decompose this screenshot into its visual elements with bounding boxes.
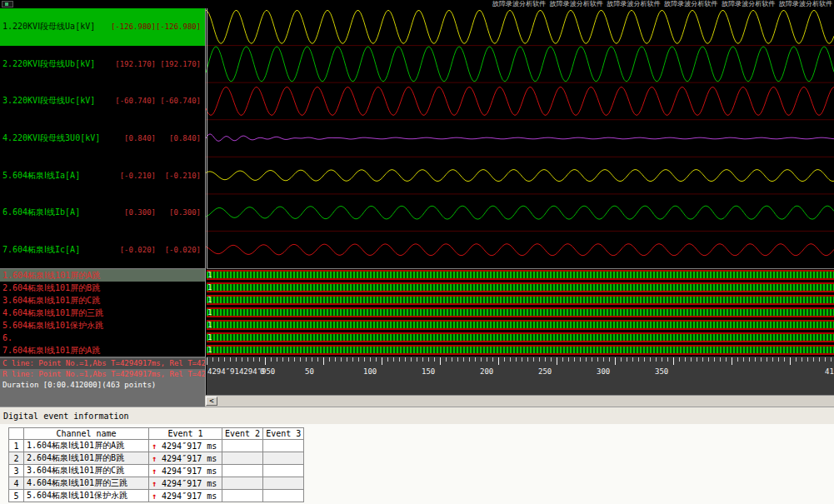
analog-channel-value-cursor: [-0.020]	[111, 246, 156, 254]
digital-state-value: 1	[207, 270, 212, 280]
digital-trace-row-6: 1	[207, 332, 834, 344]
digital-channel-list: 1.604柘泉Ⅰ线101屏的A跳2.604柘泉Ⅰ线101屏的B跳3.604柘泉Ⅰ…	[0, 268, 205, 357]
analog-channel-row-2[interactable]: 2.220KVⅠ段母线Ub[kV][192.170][192.170]	[0, 46, 205, 83]
analog-channel-row-5[interactable]: 5.604柘泉Ⅰ线Ia[A][-0.210][-0.210]	[0, 157, 205, 194]
event-table-header-1: Channel name	[24, 428, 149, 440]
event-row-number: 1	[9, 440, 24, 452]
analog-channel-value-cursor: [192.170]	[111, 60, 156, 68]
digital-trace-row-3: 1	[207, 294, 834, 307]
event-3-cell	[263, 490, 304, 502]
digital-state-value: 1	[207, 307, 212, 317]
event-table: Channel nameEvent 1Event 2Event 3 11.604…	[8, 427, 304, 502]
digital-channel-row-5[interactable]: 5.604柘泉Ⅰ线101保护永跳	[0, 319, 205, 332]
digital-channel-row-3[interactable]: 3.604柘泉Ⅰ线101屏的C跳	[0, 294, 205, 307]
analog-waveform-area[interactable]	[206, 8, 834, 268]
time-axis-label: 0	[260, 367, 264, 376]
app-icon	[2, 1, 13, 7]
digital-channel-row-1[interactable]: 1.604柘泉Ⅰ线101屏的A跳	[0, 269, 205, 282]
waveform-trace-ch2	[206, 47, 834, 82]
analog-channel-row-3[interactable]: 3.220KVⅠ段母线Uc[kV][-60.740][-60.740]	[0, 82, 205, 120]
analog-channel-row-1[interactable]: 1.220KVⅠ段母线Ua[kV][-126.980][-126.980]	[0, 8, 205, 46]
event-row-number: 4	[9, 477, 24, 490]
time-axis-label: 350	[655, 367, 668, 376]
analog-channel-list: 1.220KVⅠ段母线Ua[kV][-126.980][-126.980]2.2…	[0, 8, 205, 268]
analog-channel-value-cursor: [0.300]	[111, 208, 156, 217]
event-1-cell: ↑ 4294″917 ms	[149, 465, 222, 477]
digital-state-value: 1	[207, 320, 212, 330]
duration-status: Duration [0:00.412000](463 points)	[0, 380, 205, 391]
event-row-1[interactable]: 11.604柘泉Ⅰ线101屏的A跳↑ 4294″917 ms	[9, 440, 304, 452]
digital-trace-row-4: 1	[207, 307, 834, 319]
waveform-trace-ch7	[206, 244, 834, 256]
analog-channel-row-6[interactable]: 6.604柘泉Ⅰ线Ib[A][0.300][0.300]	[0, 194, 205, 232]
digital-trace-row-7: 1	[207, 344, 834, 357]
titlebar: 故障录波分析软件 故障录波分析软件 故障录波分析软件 故障录波分析软件 故障录波…	[0, 0, 834, 8]
analog-channel-row-4[interactable]: 4.220KVⅠ段母线3U0[kV][0.840][0.840]	[0, 120, 205, 157]
analog-channel-value-ref: [-0.020]	[156, 246, 201, 254]
analog-channel-value-ref: [192.170]	[156, 60, 201, 68]
digital-channel-row-7[interactable]: 7.604柘泉Ⅰ线101屏的A跳	[0, 344, 205, 357]
digital-channel-row-6[interactable]: 6.	[0, 332, 205, 344]
time-axis-label: 300	[597, 367, 610, 376]
analog-channel-value-ref: [-126.980]	[156, 22, 201, 31]
event-3-cell	[263, 477, 304, 490]
analog-channel-value-ref: [-60.740]	[156, 97, 201, 105]
analog-channel-value-cursor: [-126.980]	[111, 22, 156, 31]
event-panel-title: Digital event information	[3, 412, 129, 421]
time-axis-label: 4294″914294″950	[207, 367, 275, 376]
event-row-5[interactable]: 55.604柘泉Ⅰ线101保护永跳↑ 4294″917 ms	[9, 490, 304, 502]
waveform-trace-ch3	[206, 87, 834, 115]
digital-channel-row-2[interactable]: 2.604柘泉Ⅰ线101屏的B跳	[0, 282, 205, 294]
analog-channel-label: 7.604柘泉Ⅰ线Ic[A]	[2, 244, 111, 256]
analog-channel-value-ref: [0.840]	[156, 134, 201, 142]
event-1-cell: ↑ 4294″917 ms	[149, 440, 222, 452]
horizontal-scrollbar[interactable]: <	[205, 395, 834, 407]
analog-channel-row-7[interactable]: 7.604柘泉Ⅰ线Ic[A][-0.020][-0.020]	[0, 231, 205, 268]
analog-channel-label: 4.220KVⅠ段母线3U0[kV]	[2, 132, 111, 144]
analog-channel-value-cursor: [0.840]	[111, 134, 156, 142]
time-axis-label: 41	[825, 367, 834, 376]
time-axis-label: 150	[422, 367, 435, 376]
waveform-trace-ch6	[206, 206, 834, 219]
channel-list-panel: 1.220KVⅠ段母线Ua[kV][-126.980][-126.980]2.2…	[0, 8, 205, 407]
event-row-number: 5	[9, 490, 24, 502]
analog-channel-label: 6.604柘泉Ⅰ线Ib[A]	[2, 207, 111, 218]
event-1-time: 4294″917 ms	[157, 479, 217, 488]
analog-channel-label: 5.604柘泉Ⅰ线Ia[A]	[2, 170, 111, 182]
event-channel-name: 2.604柘泉Ⅰ线101屏的B跳	[24, 452, 149, 465]
event-channel-name: 3.604柘泉Ⅰ线101屏的C跳	[24, 465, 149, 477]
digital-state-value: 1	[207, 332, 212, 342]
event-row-number: 3	[9, 465, 24, 477]
waveform-trace-ch1	[206, 10, 834, 43]
digital-state-bar	[207, 332, 834, 342]
event-channel-name: 1.604柘泉Ⅰ线101屏的A跳	[24, 440, 149, 452]
waveform-panel: 1111111 4294″914294″95005010015020025030…	[205, 8, 834, 407]
event-2-cell	[222, 452, 263, 465]
analog-channel-value-cursor: [-0.210]	[111, 172, 156, 180]
title-marquee-text: 故障录波分析软件 故障录波分析软件 故障录波分析软件 故障录波分析软件 故障录波…	[345, 0, 832, 8]
digital-state-value: 1	[207, 345, 212, 355]
event-row-2[interactable]: 22.604柘泉Ⅰ线101屏的B跳↑ 4294″917 ms	[9, 452, 304, 465]
scroll-left-button[interactable]: <	[206, 397, 217, 406]
event-1-cell: ↑ 4294″917 ms	[149, 477, 222, 490]
event-3-cell	[263, 465, 304, 477]
event-row-4[interactable]: 44.604柘泉Ⅰ线101屏的三跳↑ 4294″917 ms	[9, 477, 304, 490]
event-1-time: 4294″917 ms	[157, 454, 217, 463]
c-line-status: C line: Point No.=1,Abs T=4294917ms, Rel…	[0, 358, 205, 369]
digital-trace-row-5: 1	[207, 319, 834, 332]
event-3-cell	[263, 452, 304, 465]
event-3-cell	[263, 440, 304, 452]
digital-state-bar	[207, 282, 834, 292]
digital-state-value: 1	[207, 282, 212, 292]
event-channel-name: 5.604柘泉Ⅰ线101保护永跳	[24, 490, 149, 502]
digital-channel-row-4[interactable]: 4.604柘泉Ⅰ线101屏的三跳	[0, 307, 205, 319]
digital-state-bar	[207, 307, 834, 317]
event-2-cell	[222, 490, 263, 502]
digital-waveform-area[interactable]: 1111111	[207, 268, 834, 357]
analog-channel-label: 3.220KVⅠ段母线Uc[kV]	[2, 95, 111, 107]
time-axis-label: 250	[538, 367, 552, 376]
event-row-3[interactable]: 33.604柘泉Ⅰ线101屏的C跳↑ 4294″917 ms	[9, 465, 304, 477]
event-2-cell	[222, 440, 263, 452]
fault-wave-analyzer-window: 故障录波分析软件 故障录波分析软件 故障录波分析软件 故障录波分析软件 故障录波…	[0, 0, 834, 504]
event-table-header-3: Event 2	[222, 428, 263, 440]
